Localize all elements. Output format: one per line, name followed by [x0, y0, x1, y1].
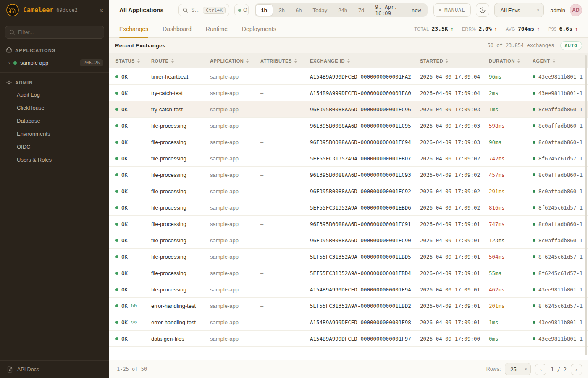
sort-icon [446, 59, 448, 63]
dark-mode-toggle[interactable] [476, 3, 489, 17]
next-page-button[interactable]: › [571, 364, 582, 375]
column-header-route[interactable]: ROUTE [151, 58, 210, 63]
attributes-cell: – [260, 221, 310, 227]
auto-refresh-badge[interactable]: AUTO [560, 41, 583, 50]
attributes-cell: – [260, 155, 310, 162]
agent-id: 43ee9811b801-1 [538, 336, 583, 342]
chevron-down-icon: ▾ [537, 8, 539, 12]
time-range-24h[interactable]: 24h [333, 4, 352, 16]
agent-cell: 43ee9811b801-1 [533, 319, 588, 326]
table-row[interactable]: OKfile-processingsample-app–5EF55FC31352… [109, 265, 588, 281]
page-indicator: 1 / 2 [551, 366, 567, 373]
avatar[interactable]: AD [570, 4, 582, 16]
column-header-started[interactable]: STARTED [420, 58, 489, 63]
agent-status-dot [533, 288, 536, 291]
sidebar-item-sample-app[interactable]: › sample app 206.2k [0, 56, 109, 71]
agent-id: 8c0affadb860-1 [538, 221, 583, 227]
stat-p99: P996.6s↑ [548, 26, 578, 32]
column-header-status[interactable]: STATUS [116, 58, 151, 63]
range-separator: – [404, 7, 408, 13]
app-status-dot [13, 61, 17, 65]
agent-id: 43ee9811b801-1 [538, 90, 583, 96]
tab-dashboard[interactable]: Dashboard [163, 20, 192, 37]
status-label: OK [121, 90, 128, 96]
route-cell: timer-heartbeat [151, 74, 210, 80]
status-cell: OK [116, 205, 151, 211]
application-cell: sample-app [210, 155, 260, 162]
rows-per-page-select[interactable]: 25 ▾ [505, 363, 531, 375]
status-cell: OK [116, 90, 151, 96]
column-header-duration[interactable]: DURATION [489, 58, 533, 63]
redelivery-icon: ↻↻ [131, 320, 137, 325]
sidebar-item-api-docs[interactable]: API Docs [0, 360, 109, 378]
column-header-agent[interactable]: AGENT [533, 58, 588, 63]
table-row[interactable]: OKtry-catch-testsample-app–A154B9A999DFC… [109, 85, 588, 101]
table-row[interactable]: OKfile-processingsample-app–96E395B0088A… [109, 232, 588, 249]
table-row[interactable]: OKfile-processingsample-app–96E395B0088A… [109, 134, 588, 150]
table-row[interactable]: OKfile-processingsample-app–5EF55FC31352… [109, 249, 588, 265]
custom-date-range[interactable]: 9. Apr. 16:09 – now [369, 4, 427, 16]
global-search-input[interactable]: S… Ctrl+K [178, 4, 229, 16]
started-cell: 2026-04-09 17:09:02 [420, 155, 489, 162]
ok-status-dot [116, 173, 118, 176]
sidebar-collapse-icon[interactable]: « [100, 6, 103, 14]
sidebar-item-oidc[interactable]: OIDC [0, 140, 109, 153]
tab-runtime[interactable]: Runtime [206, 20, 228, 37]
filter-input[interactable] [5, 26, 104, 39]
table-row[interactable]: OKfile-processingsample-app–5EF55FC31352… [109, 150, 588, 167]
table-row[interactable]: OKfile-processingsample-app–A154B9A999DF… [109, 281, 588, 298]
connection-status-button[interactable]: O [234, 4, 249, 16]
application-cell: sample-app [210, 336, 260, 342]
time-range-6h[interactable]: 6h [291, 4, 307, 16]
status-cell: OK [116, 74, 151, 80]
table-row[interactable]: OKfile-processingsample-app–96E395B0088A… [109, 167, 588, 183]
table-scrollbar[interactable] [585, 55, 587, 355]
table-row[interactable]: OKfile-processingsample-app–5EF55FC31352… [109, 200, 588, 216]
sidebar-item-database[interactable]: Database [0, 114, 109, 127]
tab-exchanges[interactable]: Exchanges [119, 20, 148, 37]
manual-refresh-button[interactable]: MANUAL [433, 3, 470, 17]
agent-status-dot [533, 92, 536, 94]
column-header-attributes[interactable]: ATTRIBUTES [260, 58, 310, 63]
status-label: OK [121, 139, 128, 145]
table-row[interactable]: OKdata-gen-filessample-app–A154B9A999DFC… [109, 331, 588, 347]
table-row[interactable]: OKfile-processingsample-app–96E395B0088A… [109, 183, 588, 200]
sidebar-item-clickhouse[interactable]: ClickHouse [0, 101, 109, 114]
main-area: All Applications S… Ctrl+K O 1h3h6hToday… [109, 0, 588, 378]
chevron-down-icon: ▾ [525, 367, 527, 371]
time-range-7d[interactable]: 7d [353, 4, 369, 16]
sort-icon [171, 59, 174, 63]
env-select[interactable]: All Envs ▾ [494, 3, 544, 17]
attributes-cell: – [260, 188, 310, 194]
column-header-application[interactable]: APPLICATION [210, 58, 260, 63]
sidebar-item-users-roles[interactable]: Users & Roles [0, 153, 109, 166]
time-range-1h[interactable]: 1h [255, 4, 273, 16]
table-row[interactable]: OKtimer-heartbeatsample-app–A154B9A999DF… [109, 68, 588, 85]
table-row[interactable]: OKfile-processingsample-app–96E395B0088A… [109, 216, 588, 232]
chevron-right-icon[interactable]: › [8, 60, 10, 66]
sidebar-item-environments[interactable]: Environments [0, 127, 109, 140]
column-header-exchange-id[interactable]: EXCHANGE ID [310, 58, 420, 63]
table-row[interactable]: OKfile-processingsample-app–96E395B0088A… [109, 118, 588, 134]
table-row[interactable]: OK↻↻error-handling-testsample-app–A154B9… [109, 314, 588, 331]
exchange-id-cell: 96E395B0088AA6D-000000000001EC92 [310, 188, 420, 194]
time-range-3h[interactable]: 3h [274, 4, 290, 16]
agent-cell: 8c0affadb860-1 [533, 221, 588, 227]
agent-id: 8f6245c61d57-1 [538, 270, 583, 276]
prev-page-button[interactable]: ‹ [535, 364, 546, 375]
column-label: EXCHANGE ID [310, 58, 345, 63]
tab-deployments[interactable]: Deployments [242, 20, 276, 37]
sidebar-divider [0, 72, 109, 73]
app-count-badge: 206.2k [80, 59, 103, 66]
table-row[interactable]: OKtry-catch-testsample-app–96E395B0088AA… [109, 101, 588, 118]
started-cell: 2026-04-09 17:09:01 [420, 221, 489, 227]
status-label: OK [121, 205, 128, 211]
time-range-today[interactable]: Today [307, 4, 332, 16]
sidebar-item-audit-log[interactable]: Audit Log [0, 88, 109, 101]
column-label: ATTRIBUTES [260, 58, 292, 63]
sidebar-filter [5, 26, 104, 39]
stat-value: 6.6s [559, 26, 572, 32]
application-cell: sample-app [210, 270, 260, 276]
status-cell: OK [116, 237, 151, 244]
table-row[interactable]: OK↻↻error-handling-testsample-app–5EF55F… [109, 298, 588, 314]
